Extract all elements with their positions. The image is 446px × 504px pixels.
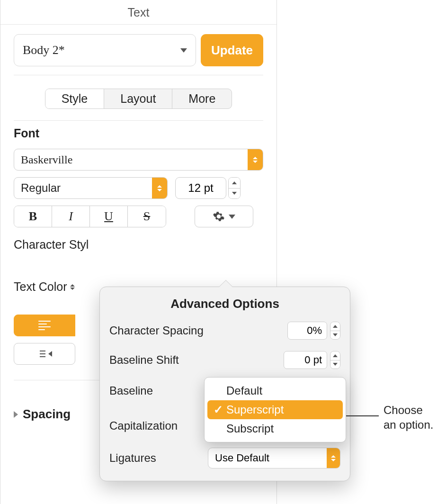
stepper-up-icon[interactable]	[229, 178, 240, 189]
paragraph-style-value: Body 2*	[23, 43, 65, 57]
font-family-select[interactable]: Baskerville	[14, 149, 263, 171]
menu-item-label: Superscript	[226, 403, 284, 416]
ligatures-label: Ligatures	[109, 451, 156, 465]
character-style-label: Character Styl	[14, 238, 263, 252]
popover-title: Advanced Options	[109, 297, 340, 311]
chevron-down-icon	[229, 215, 235, 219]
stepper-up-icon[interactable]	[330, 351, 340, 360]
stepper-down-icon[interactable]	[330, 360, 340, 369]
decrease-indent-button[interactable]	[14, 343, 75, 365]
ligatures-select[interactable]: Use Default	[208, 448, 340, 468]
char-spacing-stepper[interactable]	[330, 322, 340, 340]
font-family-value: Baskerville	[21, 153, 72, 166]
paragraph-style-section: Body 2* Update	[0, 25, 277, 75]
menu-item-label: Default	[226, 384, 262, 397]
menu-item-label: Subscript	[226, 422, 274, 435]
menu-item-superscript[interactable]: ✓ Superscript	[207, 400, 343, 419]
popup-arrows-icon	[70, 284, 75, 290]
font-weight-value: Regular	[21, 181, 61, 195]
stepper-down-icon[interactable]	[229, 189, 240, 199]
update-button[interactable]: Update	[201, 34, 263, 66]
stepper-up-icon[interactable]	[330, 322, 340, 331]
menu-item-default[interactable]: Default	[207, 381, 343, 400]
advanced-options-button[interactable]	[195, 206, 253, 227]
align-left-icon	[38, 321, 51, 330]
tab-segmented-control: Style Layout More	[0, 75, 277, 120]
text-style-group: B I U S	[14, 206, 166, 227]
tab-style[interactable]: Style	[45, 89, 105, 108]
tab-more[interactable]: More	[172, 89, 232, 108]
font-weight-select[interactable]: Regular	[14, 177, 168, 199]
chevron-down-icon	[180, 48, 187, 53]
char-spacing-input[interactable]: 0%	[287, 322, 327, 340]
svg-marker-3	[48, 351, 52, 357]
strikethrough-button[interactable]: S	[128, 206, 166, 227]
font-size-stepper[interactable]	[228, 177, 241, 199]
checkmark-icon: ✓	[214, 403, 223, 416]
italic-button[interactable]: I	[52, 206, 90, 227]
text-color-label: Text Color	[14, 280, 67, 294]
svg-rect-0	[40, 351, 45, 351]
popup-arrows-icon	[327, 448, 340, 468]
align-left-button[interactable]	[14, 315, 75, 336]
panel-title: Text	[0, 0, 277, 25]
char-spacing-label: Character Spacing	[109, 324, 204, 337]
stepper-down-icon[interactable]	[330, 331, 340, 340]
callout-text: Choose an option.	[384, 403, 445, 432]
chevron-right-icon	[14, 411, 18, 418]
baseline-shift-label: Baseline Shift	[109, 353, 179, 367]
ligatures-value: Use Default	[208, 452, 276, 464]
baseline-menu: Default ✓ Superscript Subscript	[204, 377, 346, 442]
tab-layout[interactable]: Layout	[104, 89, 172, 108]
paragraph-style-select[interactable]: Body 2*	[14, 34, 196, 66]
callout-leader-line	[341, 415, 379, 416]
popup-arrows-icon	[248, 149, 263, 170]
popup-arrows-icon	[152, 178, 167, 198]
font-size-input[interactable]: 12 pt	[175, 177, 226, 199]
font-heading: Font	[14, 126, 263, 140]
menu-item-subscript[interactable]: Subscript	[207, 419, 343, 438]
gear-icon	[213, 210, 225, 223]
bold-button[interactable]: B	[14, 206, 52, 227]
underline-button[interactable]: U	[90, 206, 128, 227]
svg-rect-1	[40, 353, 45, 354]
capitalization-label: Capitalization	[109, 419, 178, 432]
spacing-label: Spacing	[23, 407, 71, 422]
arrow-left-icon	[48, 351, 53, 357]
baseline-shift-input[interactable]: 0 pt	[284, 351, 327, 369]
baseline-label: Baseline	[109, 384, 153, 397]
advanced-options-popover: Advanced Options Character Spacing 0% Ba…	[99, 287, 350, 481]
baseline-shift-stepper[interactable]	[330, 351, 340, 369]
indent-icon	[36, 350, 46, 358]
svg-rect-2	[40, 356, 45, 357]
